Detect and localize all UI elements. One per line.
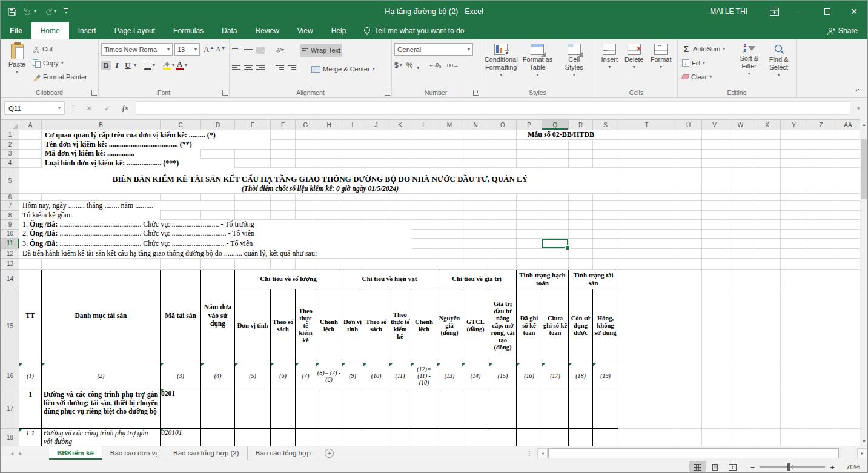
cell[interactable] xyxy=(235,211,271,220)
cell[interactable] xyxy=(727,229,754,238)
cell[interactable] xyxy=(411,211,437,220)
cell[interactable] xyxy=(19,149,42,158)
table-cell[interactable] xyxy=(593,389,618,428)
cell[interactable] xyxy=(675,130,702,140)
cell[interactable] xyxy=(201,211,235,220)
cell[interactable] xyxy=(727,363,754,389)
table-subheader[interactable]: Giá trị đầu tư nâng cấp, mở rộng, cải tạ… xyxy=(489,289,517,363)
cell[interactable] xyxy=(754,248,781,258)
cell[interactable] xyxy=(542,149,569,158)
row-header-13[interactable]: 13 xyxy=(1,258,19,269)
cell[interactable] xyxy=(702,389,727,428)
cell[interactable] xyxy=(389,211,411,220)
cell[interactable] xyxy=(618,211,675,220)
cell[interactable] xyxy=(754,289,781,363)
fill-button[interactable]: ↓Fill▾ xyxy=(680,56,734,70)
column-header-B[interactable]: B xyxy=(42,120,161,130)
table-cell[interactable] xyxy=(201,389,235,428)
undo-button[interactable]: ▾ xyxy=(24,8,36,15)
autosum-button[interactable]: ΣAutoSum▾ xyxy=(680,42,734,56)
row-header-7[interactable]: 7 xyxy=(1,201,19,211)
cell[interactable] xyxy=(19,258,42,269)
row-header-4[interactable]: 4 xyxy=(1,158,19,168)
cell-title[interactable]: BIÊN BẢN KIỂM KÊ TÀI SẢN KẾT CẤU HẠ TẦNG… xyxy=(19,168,618,194)
cell[interactable] xyxy=(316,211,342,220)
cell[interactable] xyxy=(235,194,271,201)
cell-a10[interactable]: 2. Ông /Bà: ............................… xyxy=(19,229,411,238)
index-cell[interactable]: (12)= (11) - (10) xyxy=(411,363,437,389)
cell[interactable] xyxy=(462,201,489,211)
cell[interactable] xyxy=(618,238,675,248)
column-header-H[interactable]: H xyxy=(316,120,342,130)
row-1-code[interactable]: 0201 xyxy=(161,389,201,428)
cell[interactable] xyxy=(618,194,675,201)
cell[interactable] xyxy=(807,130,835,140)
minimize-button[interactable]: ─ xyxy=(787,1,814,22)
table-subheader[interactable]: Còn sử dụng được xyxy=(569,289,593,363)
cell[interactable] xyxy=(389,158,411,168)
column-header-S[interactable]: S xyxy=(593,120,618,130)
cell[interactable] xyxy=(618,130,675,140)
cell[interactable] xyxy=(593,158,618,168)
redo-button[interactable]: ▾ xyxy=(44,8,56,15)
cell[interactable] xyxy=(754,229,781,238)
horizontal-scrollbar[interactable]: ◂ ▸ xyxy=(537,446,867,460)
scroll-right-arrow[interactable]: ▸ xyxy=(857,448,867,458)
cell[interactable] xyxy=(702,238,727,248)
name-box[interactable]: Q11▾ xyxy=(4,101,65,115)
row-header-2[interactable]: 2 xyxy=(1,140,19,150)
tab-review[interactable]: Review xyxy=(246,22,288,39)
table-cell[interactable] xyxy=(593,428,618,446)
cell[interactable] xyxy=(807,201,835,211)
row-header-9[interactable]: 9 xyxy=(1,220,19,230)
cell[interactable] xyxy=(363,140,389,150)
cell[interactable] xyxy=(201,258,235,269)
cell[interactable] xyxy=(437,149,462,158)
cell[interactable] xyxy=(618,220,675,230)
cell[interactable] xyxy=(754,149,781,158)
row-header-14[interactable]: 14 xyxy=(1,269,19,289)
cell[interactable] xyxy=(618,248,675,258)
increase-font-size-button[interactable]: A▲ xyxy=(204,45,214,53)
index-cell[interactable]: (10) xyxy=(363,363,389,389)
cell[interactable] xyxy=(727,211,754,220)
cell[interactable] xyxy=(754,363,781,389)
table-subheader[interactable]: GTCL (đồng) xyxy=(462,289,489,363)
cell[interactable] xyxy=(161,211,201,220)
cell[interactable] xyxy=(462,238,489,248)
cell[interactable] xyxy=(781,258,807,269)
index-cell[interactable]: (17) xyxy=(542,363,569,389)
column-header-F[interactable]: F xyxy=(271,120,296,130)
cell[interactable] xyxy=(342,140,363,150)
cell[interactable] xyxy=(389,149,411,158)
cell[interactable] xyxy=(807,158,835,168)
tab-page-layout[interactable]: Page Layout xyxy=(105,22,164,39)
copy-button[interactable]: Copy ▾ xyxy=(31,56,89,70)
cell[interactable] xyxy=(489,248,517,258)
index-cell[interactable]: (15) xyxy=(489,363,517,389)
cell[interactable] xyxy=(342,130,363,140)
cell[interactable] xyxy=(235,158,271,168)
cell[interactable] xyxy=(593,258,618,269)
cell[interactable] xyxy=(675,220,702,230)
cell[interactable] xyxy=(781,229,807,238)
row-header-8[interactable]: 8 xyxy=(1,211,19,220)
cell[interactable] xyxy=(42,194,161,201)
new-sheet-button[interactable]: + xyxy=(319,446,340,460)
tab-home[interactable]: Home xyxy=(31,22,69,39)
cell[interactable] xyxy=(517,229,542,238)
cell[interactable] xyxy=(754,130,781,140)
column-header-P[interactable]: P xyxy=(517,120,542,130)
cell[interactable] xyxy=(542,194,569,201)
column-header-T[interactable]: T xyxy=(618,120,675,130)
row-2-code[interactable]: 020101 xyxy=(161,428,201,446)
format-cells-button[interactable]: ↔ Format ▾ xyxy=(648,41,674,70)
cell[interactable] xyxy=(271,130,296,140)
decrease-font-size-button[interactable]: A▼ xyxy=(216,46,225,53)
fill-color-button[interactable] xyxy=(162,61,171,70)
cell[interactable] xyxy=(781,220,807,230)
cell[interactable] xyxy=(807,269,835,289)
align-left-button[interactable] xyxy=(232,65,240,73)
cell[interactable] xyxy=(835,258,861,269)
sheet-tab-baocaotonghop[interactable]: Báo cáo tổng hợp xyxy=(248,446,319,460)
